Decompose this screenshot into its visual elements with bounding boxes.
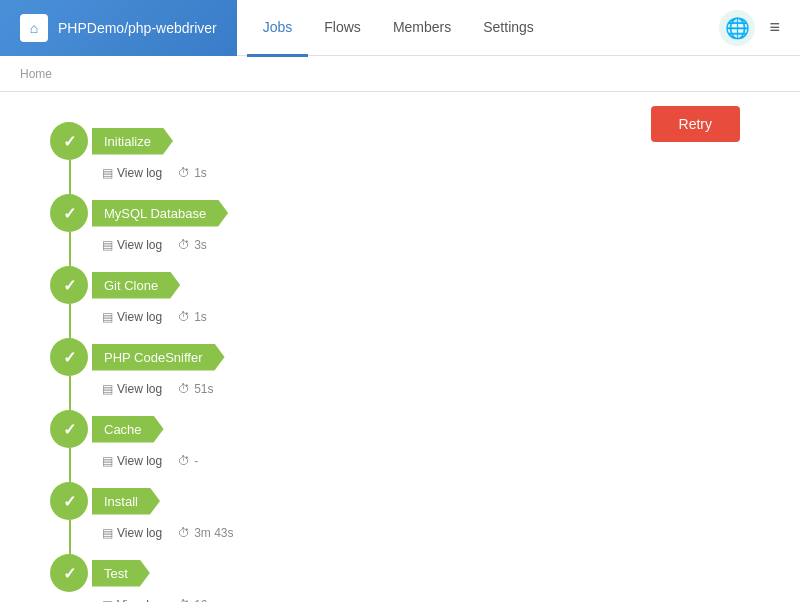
time-cache: ⏱ -	[178, 454, 198, 468]
log-icon: ▤	[102, 166, 113, 180]
view-log-label: View log	[117, 382, 162, 396]
tab-flows[interactable]: Flows	[308, 1, 377, 57]
tab-members[interactable]: Members	[377, 1, 467, 57]
step-meta-install: ▤ View log ⏱ 3m 43s	[50, 524, 770, 554]
clock-icon: ⏱	[178, 310, 190, 324]
clock-icon: ⏱	[178, 598, 190, 602]
time-codesniffer: ⏱ 51s	[178, 382, 213, 396]
step-circle-cache: ✓	[50, 410, 88, 448]
step-meta-cache: ▤ View log ⏱ -	[50, 452, 770, 482]
step-label-install[interactable]: Install	[92, 488, 160, 515]
view-log-cache[interactable]: ▤ View log	[102, 454, 162, 468]
nav-tabs: Jobs Flows Members Settings	[237, 0, 704, 56]
time-install: ⏱ 3m 43s	[178, 526, 233, 540]
step-label-test[interactable]: Test	[92, 560, 150, 587]
log-icon: ▤	[102, 238, 113, 252]
time-initialize: ⏱ 1s	[178, 166, 207, 180]
check-icon: ✓	[63, 348, 76, 367]
pipeline: ✓ Initialize ▤ View log ⏱ 1s ✓	[30, 112, 770, 602]
check-icon: ✓	[63, 564, 76, 583]
clock-icon: ⏱	[178, 238, 190, 252]
view-log-label: View log	[117, 454, 162, 468]
step-meta-initialize: ▤ View log ⏱ 1s	[50, 164, 770, 194]
log-icon: ▤	[102, 526, 113, 540]
time-value: 1s	[194, 310, 207, 324]
view-log-install[interactable]: ▤ View log	[102, 526, 162, 540]
pipeline-step-git: ✓ Git Clone ▤ View log ⏱ 1s	[50, 266, 770, 338]
time-mysql: ⏱ 3s	[178, 238, 207, 252]
step-circle-initialize: ✓	[50, 122, 88, 160]
step-label-cache[interactable]: Cache	[92, 416, 164, 443]
step-label-initialize[interactable]: Initialize	[92, 128, 173, 155]
view-log-codesniffer[interactable]: ▤ View log	[102, 382, 162, 396]
step-circle-mysql: ✓	[50, 194, 88, 232]
check-icon: ✓	[63, 204, 76, 223]
time-value: 1s	[194, 166, 207, 180]
globe-icon: 🌐	[725, 16, 750, 40]
clock-icon: ⏱	[178, 382, 190, 396]
tab-settings[interactable]: Settings	[467, 1, 550, 57]
view-log-mysql[interactable]: ▤ View log	[102, 238, 162, 252]
tab-jobs[interactable]: Jobs	[247, 1, 309, 57]
step-header-test: ✓ Test	[50, 554, 770, 592]
log-icon: ▤	[102, 454, 113, 468]
step-meta-git: ▤ View log ⏱ 1s	[50, 308, 770, 338]
main-content: Retry ✓ Initialize ▤ View log ⏱ 1s	[0, 92, 800, 602]
log-icon: ▤	[102, 598, 113, 602]
pipeline-step-install: ✓ Install ▤ View log ⏱ 3m 43s	[50, 482, 770, 554]
pipeline-step-initialize: ✓ Initialize ▤ View log ⏱ 1s	[50, 122, 770, 194]
pipeline-step-codesniffer: ✓ PHP CodeSniffer ▤ View log ⏱ 51s	[50, 338, 770, 410]
check-icon: ✓	[63, 276, 76, 295]
view-log-initialize[interactable]: ▤ View log	[102, 166, 162, 180]
view-log-label: View log	[117, 598, 162, 602]
step-meta-codesniffer: ▤ View log ⏱ 51s	[50, 380, 770, 410]
pipeline-step-cache: ✓ Cache ▤ View log ⏱ -	[50, 410, 770, 482]
view-log-label: View log	[117, 526, 162, 540]
step-label-codesniffer[interactable]: PHP CodeSniffer	[92, 344, 225, 371]
log-icon: ▤	[102, 382, 113, 396]
check-icon: ✓	[63, 420, 76, 439]
step-label-mysql[interactable]: MySQL Database	[92, 200, 228, 227]
sub-nav-home[interactable]: Home	[20, 67, 52, 81]
time-git: ⏱ 1s	[178, 310, 207, 324]
header-actions: 🌐 ≡	[703, 10, 800, 46]
step-meta-test: ▤ View log ⏱ 16s	[50, 596, 770, 602]
menu-button[interactable]: ≡	[765, 13, 784, 42]
globe-button[interactable]: 🌐	[719, 10, 755, 46]
home-icon[interactable]: ⌂	[20, 14, 48, 42]
step-header-git: ✓ Git Clone	[50, 266, 770, 304]
step-label-git[interactable]: Git Clone	[92, 272, 180, 299]
clock-icon: ⏱	[178, 166, 190, 180]
time-value: 3s	[194, 238, 207, 252]
time-test: ⏱ 16s	[178, 598, 213, 602]
step-circle-install: ✓	[50, 482, 88, 520]
step-header-codesniffer: ✓ PHP CodeSniffer	[50, 338, 770, 376]
step-circle-test: ✓	[50, 554, 88, 592]
repo-name: PHPDemo/php-webdriver	[58, 20, 217, 36]
step-circle-git: ✓	[50, 266, 88, 304]
check-icon: ✓	[63, 492, 76, 511]
pipeline-step-mysql: ✓ MySQL Database ▤ View log ⏱ 3s	[50, 194, 770, 266]
step-meta-mysql: ▤ View log ⏱ 3s	[50, 236, 770, 266]
step-header-install: ✓ Install	[50, 482, 770, 520]
time-value: 16s	[194, 598, 213, 602]
pipeline-step-test: ✓ Test ▤ View log ⏱ 16s	[50, 554, 770, 602]
sub-nav: Home	[0, 56, 800, 92]
clock-icon: ⏱	[178, 454, 190, 468]
hamburger-icon: ≡	[769, 17, 780, 37]
view-log-label: View log	[117, 166, 162, 180]
clock-icon: ⏱	[178, 526, 190, 540]
step-header-mysql: ✓ MySQL Database	[50, 194, 770, 232]
time-value: -	[194, 454, 198, 468]
log-icon: ▤	[102, 310, 113, 324]
brand-section: ⌂ PHPDemo/php-webdriver	[0, 0, 237, 56]
view-log-git[interactable]: ▤ View log	[102, 310, 162, 324]
time-value: 51s	[194, 382, 213, 396]
view-log-label: View log	[117, 310, 162, 324]
step-header-cache: ✓ Cache	[50, 410, 770, 448]
check-icon: ✓	[63, 132, 76, 151]
step-header-initialize: ✓ Initialize	[50, 122, 770, 160]
view-log-label: View log	[117, 238, 162, 252]
view-log-test[interactable]: ▤ View log	[102, 598, 162, 602]
time-value: 3m 43s	[194, 526, 233, 540]
